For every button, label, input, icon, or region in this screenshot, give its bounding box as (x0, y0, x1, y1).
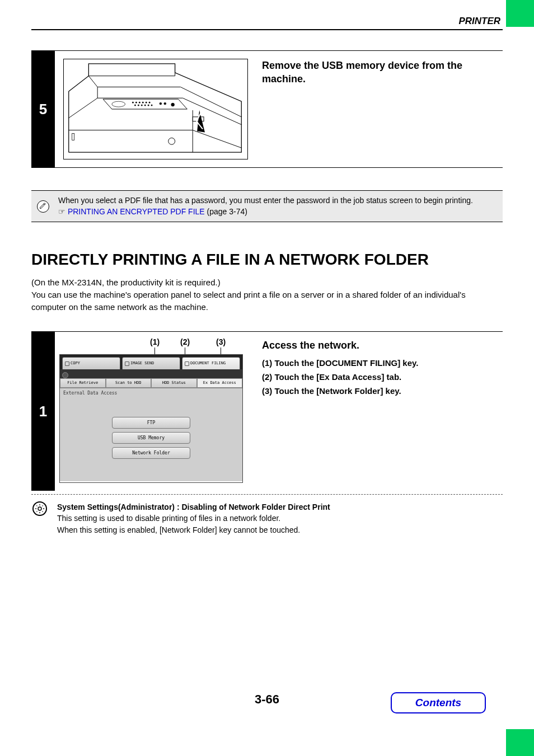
callout-1: (1) (150, 337, 160, 346)
step-1-heading: Access the network. (262, 340, 499, 351)
subtab-hdd-status[interactable]: HDD Status (151, 378, 197, 388)
status-bar (60, 369, 242, 378)
step-1-item-1: (1) Touch the [DOCUMENT FILING] key. (262, 358, 499, 368)
step-1-instructions: Access the network. (1) Touch the [DOCUM… (256, 332, 503, 491)
svg-point-16 (164, 102, 166, 105)
panel-body: External Data Access FTP USB Memory Netw… (60, 388, 242, 481)
svg-point-25 (38, 507, 41, 510)
operation-panel-screenshot: COPY IMAGE SEND DOCUMENT FILING File Ret… (59, 354, 243, 483)
note-link-suffix: (page 3-74) (205, 207, 247, 216)
step-1-figure: (1) (2) (3) COPY IMAGE SEND DOCUMENT FIL… (55, 332, 256, 491)
step-number-5: 5 (31, 51, 55, 167)
svg-point-11 (141, 105, 142, 106)
subtab-file-retrieve[interactable]: File Retrieve (60, 378, 106, 388)
top-accent (506, 0, 534, 27)
svg-point-10 (138, 105, 139, 106)
callout-labels: (1) (2) (3) (59, 337, 252, 353)
svg-point-5 (139, 102, 140, 103)
main-sub1: (On the MX-2314N, the productivity kit i… (31, 278, 221, 287)
header-rule (31, 29, 503, 30)
step-5-row: 5 (31, 50, 503, 168)
mode-tabs: COPY IMAGE SEND DOCUMENT FILING (60, 355, 242, 369)
svg-point-3 (132, 102, 133, 103)
tab-doc-filing-label: DOCUMENT FILING (190, 361, 226, 365)
admin-settings-note: System Settings(Administrator) : Disabli… (31, 495, 503, 541)
printer-line-art (63, 59, 248, 159)
subtab-scan-to-hdd[interactable]: Scan to HDD (106, 378, 152, 388)
step-1-block: 1 (1) (2) (3) COPY IMAGE SEND DOCUMENT F… (31, 331, 503, 541)
network-folder-button[interactable]: Network Folder (112, 447, 190, 459)
callout-2: (2) (180, 337, 190, 346)
pointer-icon: ☞ (58, 208, 65, 216)
svg-point-8 (149, 102, 150, 103)
settings-line-1: This setting is used to disable printing… (57, 513, 330, 524)
subtab-ex-data-access[interactable]: Ex Data Access (197, 378, 243, 388)
password-note: When you select a PDF file that has a pa… (31, 190, 503, 222)
settings-line-2: When this setting is enabled, [Network F… (57, 524, 330, 536)
svg-point-6 (142, 102, 143, 103)
svg-point-12 (144, 105, 146, 106)
bottom-accent (506, 729, 534, 756)
tab-image-send[interactable]: IMAGE SEND (122, 357, 180, 369)
encrypted-pdf-link[interactable]: PRINTING AN ENCRYPTED PDF FILE (68, 207, 205, 216)
svg-point-17 (171, 103, 175, 106)
svg-point-4 (135, 102, 137, 103)
note-icon (37, 200, 49, 213)
main-heading: DIRECTLY PRINTING A FILE IN A NETWORK FO… (31, 251, 503, 269)
svg-point-7 (146, 102, 147, 103)
tab-copy-label: COPY (71, 361, 80, 365)
send-icon (125, 361, 129, 366)
settings-title: System Settings(Administrator) : Disabli… (57, 501, 330, 513)
step-5-illustration (55, 51, 256, 167)
step-1-item-3: (3) Touch the [Network Folder] key. (262, 386, 499, 396)
panel-body-title: External Data Access (63, 391, 239, 396)
svg-marker-1 (103, 99, 187, 109)
callout-3: (3) (216, 337, 226, 346)
globe-icon (62, 372, 68, 378)
svg-point-15 (160, 102, 162, 105)
step-number-1: 1 (31, 332, 55, 491)
svg-point-9 (134, 105, 135, 106)
main-sub2: You can use the machine's operation pane… (31, 290, 466, 312)
ftp-button[interactable]: FTP (112, 417, 190, 429)
section-header: PRINTER (458, 16, 500, 27)
main-subtext: (On the MX-2314N, the productivity kit i… (31, 276, 503, 313)
tab-copy[interactable]: COPY (62, 357, 120, 369)
copy-icon (65, 361, 69, 366)
gear-icon (32, 501, 47, 516)
contents-button[interactable]: Contents (391, 692, 486, 713)
filing-icon (185, 361, 189, 366)
tab-document-filing[interactable]: DOCUMENT FILING (182, 357, 240, 369)
sub-tabs: File Retrieve Scan to HDD HDD Status Ex … (60, 378, 242, 388)
usb-memory-button[interactable]: USB Memory (112, 432, 190, 444)
step-5-heading: Remove the USB memory device from the ma… (256, 51, 503, 167)
tab-image-send-label: IMAGE SEND (130, 361, 154, 365)
note-text: When you select a PDF file that has a pa… (58, 196, 473, 205)
svg-point-13 (148, 105, 149, 106)
step-1-item-2: (2) Touch the [Ex Data Access] tab. (262, 372, 499, 382)
svg-point-14 (151, 105, 152, 106)
